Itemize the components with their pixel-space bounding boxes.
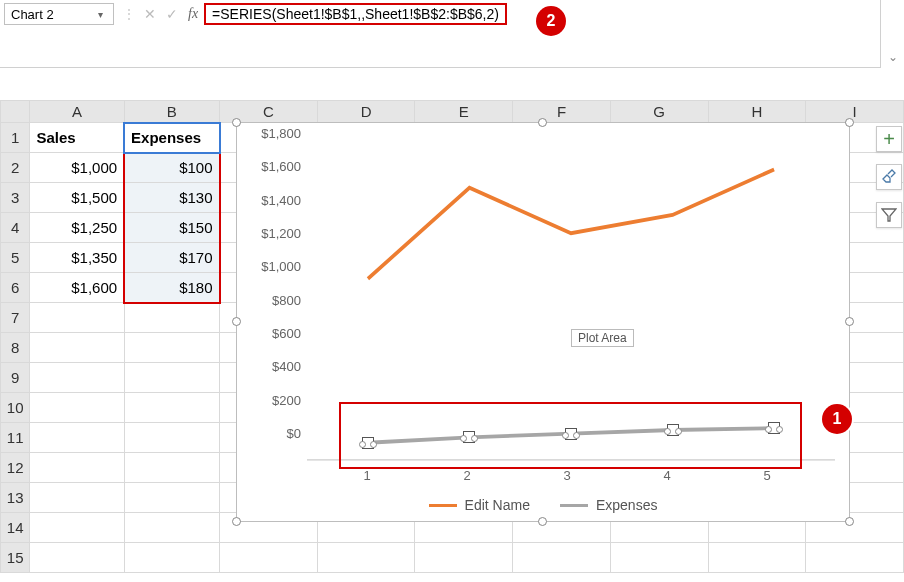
formula-expand-button[interactable]: ⌄ [880,0,904,68]
y-tick-label: $400 [251,359,301,374]
fx-label[interactable]: fx [188,6,198,22]
row-header[interactable]: 10 [1,393,30,423]
chart-legend[interactable]: Edit Name Expenses [237,497,849,513]
cell[interactable]: $1,250 [30,213,124,243]
cell[interactable] [30,483,124,513]
row-header[interactable]: 1 [1,123,30,153]
resize-handle[interactable] [232,317,241,326]
series-line[interactable] [368,169,774,278]
cell[interactable] [124,543,219,573]
row-header[interactable]: 8 [1,333,30,363]
cell[interactable] [124,363,219,393]
x-tick-label: 4 [663,468,670,483]
col-header-B[interactable]: B [124,101,219,123]
cancel-icon[interactable]: ✕ [144,6,156,22]
cell[interactable] [610,543,708,573]
cell[interactable] [124,303,219,333]
cell[interactable] [220,543,318,573]
row-header[interactable]: 12 [1,453,30,483]
cell[interactable]: $1,350 [30,243,124,273]
cell[interactable]: $170 [124,243,219,273]
cell[interactable] [124,423,219,453]
cell[interactable]: Expenses [124,123,219,153]
cell[interactable] [30,423,124,453]
col-header-E[interactable]: E [415,101,513,123]
cell[interactable] [708,543,806,573]
enter-icon[interactable]: ✓ [166,6,178,22]
row-header[interactable]: 13 [1,483,30,513]
callout-badge-1: 1 [822,404,852,434]
legend-item-edit-name[interactable]: Edit Name [429,497,530,513]
y-tick-label: $200 [251,392,301,407]
cell[interactable]: $1,500 [30,183,124,213]
col-header-G[interactable]: G [610,101,708,123]
cell[interactable] [124,513,219,543]
row-header[interactable]: 11 [1,423,30,453]
cell[interactable] [317,543,415,573]
cell[interactable] [30,363,124,393]
cell[interactable] [124,393,219,423]
cell[interactable]: $100 [124,153,219,183]
col-header-I[interactable]: I [806,101,904,123]
row-header[interactable]: 15 [1,543,30,573]
col-header-F[interactable]: F [513,101,611,123]
cell[interactable] [415,543,513,573]
cell[interactable]: $150 [124,213,219,243]
row-header[interactable]: 3 [1,183,30,213]
cell[interactable] [30,333,124,363]
cell[interactable]: $130 [124,183,219,213]
cell[interactable] [30,513,124,543]
cell[interactable]: $180 [124,273,219,303]
resize-handle[interactable] [232,517,241,526]
cell[interactable] [806,543,904,573]
chart-elements-button[interactable]: + [876,126,902,152]
resize-handle[interactable] [538,517,547,526]
row-header[interactable]: 6 [1,273,30,303]
plot-area[interactable]: Plot Area $0$200$400$600$800$1,000$1,200… [251,133,835,461]
y-tick-label: $1,400 [251,192,301,207]
name-box-dropdown[interactable]: ▾ [91,9,109,20]
cell[interactable]: Sales [30,123,124,153]
chart-object[interactable]: Plot Area $0$200$400$600$800$1,000$1,200… [236,122,850,522]
col-header-A[interactable]: A [30,101,124,123]
cell[interactable]: $1,600 [30,273,124,303]
row-header[interactable]: 14 [1,513,30,543]
col-header-H[interactable]: H [708,101,806,123]
row-header[interactable]: 2 [1,153,30,183]
y-tick-label: $0 [251,426,301,441]
cell[interactable] [30,453,124,483]
name-box-input[interactable] [5,7,91,22]
name-box[interactable]: ▾ [4,3,114,25]
resize-handle[interactable] [845,517,854,526]
y-tick-label: $1,000 [251,259,301,274]
formula-bar[interactable]: =SERIES(Sheet1!$B$1,,Sheet1!$B$2:$B$6,2) [204,3,507,25]
cell[interactable] [30,303,124,333]
cell[interactable] [30,543,124,573]
cell[interactable] [513,543,611,573]
row-header[interactable]: 4 [1,213,30,243]
resize-handle[interactable] [845,118,854,127]
chart-styles-button[interactable] [876,164,902,190]
row-header[interactable]: 5 [1,243,30,273]
x-tick-label: 3 [563,468,570,483]
resize-handle[interactable] [232,118,241,127]
col-header-D[interactable]: D [317,101,415,123]
row-header[interactable]: 7 [1,303,30,333]
cell[interactable] [124,453,219,483]
cell[interactable] [30,393,124,423]
column-headers[interactable]: A B C D E F G H I [1,101,904,123]
y-tick-label: $1,200 [251,226,301,241]
resize-handle[interactable] [845,317,854,326]
chart-filter-button[interactable] [876,202,902,228]
formula-text[interactable]: =SERIES(Sheet1!$B$1,,Sheet1!$B$2:$B$6,2) [212,6,499,22]
legend-line-icon [560,504,588,507]
select-all-corner[interactable] [1,101,30,123]
legend-item-expenses[interactable]: Expenses [560,497,657,513]
y-tick-label: $1,600 [251,159,301,174]
resize-handle[interactable] [538,118,547,127]
cell[interactable] [124,483,219,513]
cell[interactable] [124,333,219,363]
cell[interactable]: $1,000 [30,153,124,183]
row-header[interactable]: 9 [1,363,30,393]
y-tick-label: $600 [251,326,301,341]
